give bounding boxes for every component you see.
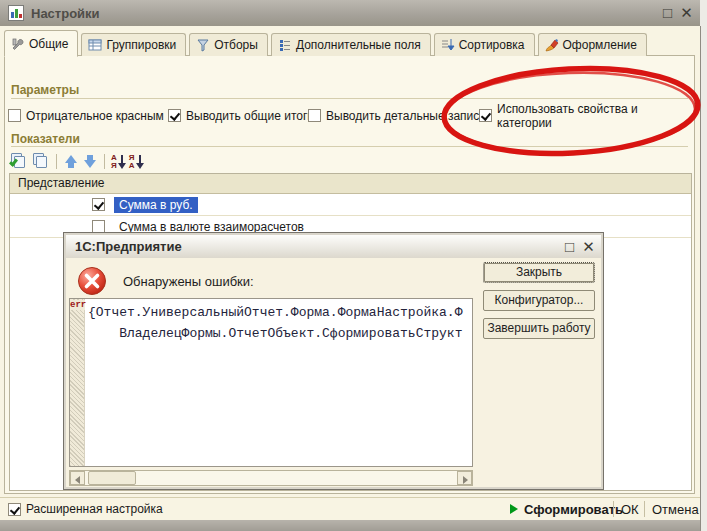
tab-filters[interactable]: Отборы bbox=[189, 33, 268, 56]
generate-button[interactable]: Сформировать bbox=[524, 502, 623, 517]
separator bbox=[613, 501, 614, 517]
indicators-section-title: Показатели bbox=[11, 132, 80, 146]
divider bbox=[11, 98, 688, 99]
footer-bar: Расширенная настройка Сформировать ОК От… bbox=[0, 497, 700, 520]
configurator-button[interactable]: Конфигуратор... bbox=[483, 290, 595, 311]
parameters-section-title: Параметры bbox=[11, 83, 79, 97]
window-title: Настройки bbox=[31, 6, 100, 21]
filter-icon bbox=[196, 38, 210, 52]
tab-groupings[interactable]: Группировки bbox=[81, 33, 186, 56]
cancel-button[interactable]: Отмена bbox=[652, 502, 699, 517]
checkbox-negative-in-red[interactable]: Отрицательное красным bbox=[8, 108, 164, 123]
code-line: ВладелецФормы.ОтчетОбъект.СформироватьСт… bbox=[88, 326, 462, 341]
checkbox-advanced-settings[interactable]: Расширенная настройка bbox=[8, 502, 163, 516]
sort-ascending-icon[interactable]: АЯ bbox=[111, 152, 126, 170]
separator bbox=[644, 501, 645, 517]
tools-icon bbox=[11, 37, 25, 51]
checkbox-box bbox=[8, 503, 21, 516]
window-right-edge bbox=[700, 26, 707, 531]
error-icon bbox=[77, 266, 107, 296]
checkbox-label: Выводить общие итоги bbox=[186, 109, 314, 123]
tab-label: Отборы bbox=[214, 38, 258, 52]
table-header: Представление bbox=[10, 174, 691, 194]
indicators-toolbar: АЯ ЯА bbox=[9, 151, 144, 171]
dialog-close-icon[interactable]: ✕ bbox=[579, 235, 598, 258]
shutdown-button[interactable]: Завершить работу bbox=[483, 318, 595, 339]
table-row[interactable]: Сумма в руб. bbox=[10, 194, 691, 216]
scroll-right-icon[interactable] bbox=[457, 471, 472, 485]
dialog-maximize-button[interactable]: □ bbox=[560, 235, 579, 258]
tab-label: Группировки bbox=[106, 38, 176, 52]
check-all-icon[interactable] bbox=[9, 152, 28, 170]
sort-letter: Я bbox=[111, 162, 117, 170]
tab-additional-fields[interactable]: Дополнительные поля bbox=[271, 33, 431, 56]
checkbox-show-detail-records[interactable]: Выводить детальные записи bbox=[308, 108, 486, 123]
scroll-left-icon[interactable] bbox=[70, 471, 85, 485]
checkbox-label: Расширенная настройка bbox=[26, 502, 163, 516]
window-bottom-edge bbox=[0, 520, 700, 531]
tab-sorting[interactable]: Сортировка bbox=[434, 33, 535, 56]
close-button[interactable]: ✕ bbox=[677, 0, 696, 26]
ok-button[interactable]: ОК bbox=[621, 502, 639, 517]
error-message: Обнаружены ошибки: bbox=[123, 274, 254, 289]
toolbar-separator bbox=[104, 154, 105, 169]
dialog-titlebar: 1С:Предприятие □ ✕ bbox=[66, 235, 601, 258]
row-checkbox[interactable] bbox=[92, 198, 105, 211]
tab-bar: Общие Группировки Отборы Дополнительные … bbox=[4, 28, 690, 56]
tab-label: Дополнительные поля bbox=[296, 38, 421, 52]
checkbox-box bbox=[308, 109, 321, 122]
close-error-button[interactable]: Закрыть bbox=[483, 262, 595, 283]
tab-label: Сортировка bbox=[459, 38, 525, 52]
maximize-button[interactable]: □ bbox=[658, 0, 677, 26]
checkbox-label: Выводить детальные записи bbox=[326, 109, 486, 123]
checkbox-label: Отрицательное красным bbox=[26, 109, 164, 123]
grouping-icon bbox=[88, 38, 102, 52]
dialog-title: 1С:Предприятие bbox=[75, 239, 182, 254]
error-dialog: 1С:Предприятие □ ✕ Обнаружены ошибки: bbox=[63, 232, 604, 490]
tab-label: Оформление bbox=[563, 38, 637, 52]
row-label: Сумма в руб. bbox=[114, 197, 198, 213]
checkbox-box bbox=[8, 109, 21, 122]
checkbox-label: Использовать свойства и категории bbox=[497, 102, 694, 130]
tab-appearance[interactable]: Оформление bbox=[538, 33, 647, 56]
code-line: {Отчет.УниверсальныйОтчет.Форма.ФормаНас… bbox=[88, 305, 462, 320]
appearance-icon bbox=[545, 38, 559, 52]
report-icon bbox=[8, 5, 24, 21]
move-up-icon[interactable] bbox=[63, 153, 79, 170]
move-down-icon[interactable] bbox=[82, 153, 98, 170]
generate-play-icon bbox=[510, 504, 518, 514]
tab-label: Общие bbox=[29, 37, 68, 51]
error-line-marker: err bbox=[70, 300, 85, 310]
checkbox-box bbox=[168, 109, 181, 122]
uncheck-all-icon[interactable] bbox=[31, 152, 50, 170]
error-code-text: {Отчет.УниверсальныйОтчет.Форма.ФормаНас… bbox=[88, 302, 472, 466]
down-arrow-glyph bbox=[118, 155, 126, 170]
sorting-icon bbox=[441, 38, 455, 52]
error-margin-strip bbox=[70, 299, 85, 466]
divider bbox=[11, 146, 688, 147]
checkbox-show-grand-totals[interactable]: Выводить общие итоги bbox=[168, 108, 314, 123]
horizontal-scrollbar[interactable] bbox=[69, 470, 473, 486]
sort-letter: А bbox=[129, 162, 135, 170]
titlebar: Настройки □ ✕ bbox=[0, 0, 700, 26]
checkbox-box bbox=[479, 109, 492, 122]
tab-general[interactable]: Общие bbox=[4, 30, 78, 57]
error-code-area[interactable]: err {Отчет.УниверсальныйОтчет.Форма.Форм… bbox=[69, 298, 473, 467]
down-arrow-glyph bbox=[136, 155, 144, 170]
sort-descending-icon[interactable]: ЯА bbox=[129, 152, 144, 170]
checkbox-use-properties-categories[interactable]: Использовать свойства и категории bbox=[479, 108, 694, 123]
scrollbar-thumb[interactable] bbox=[88, 471, 136, 485]
screen: Настройки □ ✕ Общие Группировки Отборы bbox=[0, 0, 707, 531]
toolbar-separator bbox=[56, 154, 57, 169]
additional-fields-icon bbox=[278, 38, 292, 52]
